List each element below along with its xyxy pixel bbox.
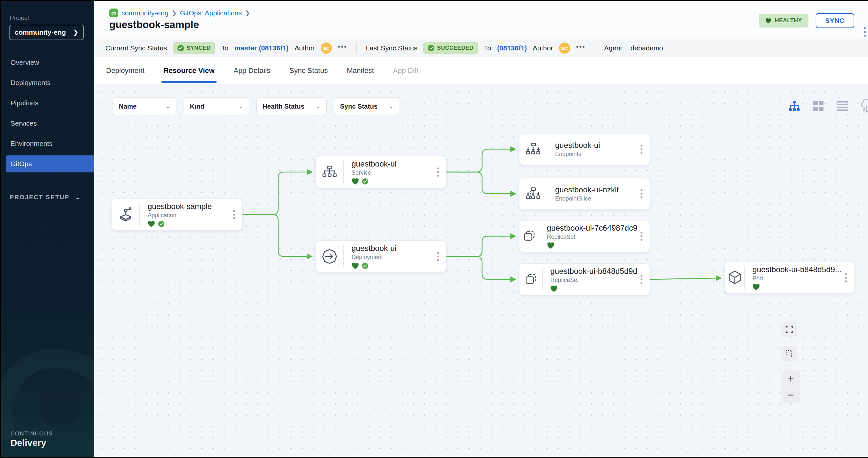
sync-status-filter-dropdown[interactable]: Sync Status⌄	[334, 97, 399, 115]
graph-node-endpoints[interactable]: guestbook-ui Endpoints	[519, 133, 650, 165]
service-icon	[316, 163, 343, 181]
endpoints-icon	[520, 140, 547, 158]
node-kind: ReplicaSet	[547, 234, 637, 240]
marquee-select-button[interactable]	[782, 346, 797, 361]
node-status-badges	[351, 178, 434, 185]
node-status-badges	[550, 285, 637, 292]
chevron-right-icon: ❯	[73, 29, 78, 36]
author-avatar[interactable]: SC	[559, 42, 570, 54]
healthy-heart-icon	[752, 284, 760, 291]
project-selector[interactable]: community-eng ❯	[9, 25, 84, 40]
grid-view-button[interactable]	[811, 99, 826, 113]
node-menu-button[interactable]	[434, 249, 446, 264]
filter-bar: Name⌄ Kind⌄ Health Status⌄ Sync Status⌄	[113, 97, 399, 115]
synced-check-icon	[158, 221, 165, 227]
sidebar-item-environments[interactable]: Environments	[1, 135, 94, 152]
to-label: To	[484, 44, 491, 52]
tab-deployment[interactable]: Deployment	[106, 57, 144, 84]
tree-view-button[interactable]	[787, 99, 801, 113]
more-options-button[interactable]: •••	[338, 45, 347, 51]
node-menu-button[interactable]	[637, 186, 650, 201]
kind-filter-dropdown[interactable]: Kind⌄	[184, 97, 249, 115]
to-label: To	[221, 44, 228, 52]
health-status-filter-dropdown[interactable]: Health Status⌄	[256, 97, 327, 115]
name-filter-dropdown[interactable]: Name⌄	[113, 97, 177, 115]
node-menu-button[interactable]	[841, 270, 854, 286]
brand-logo: CONTINUOUS Delivery	[10, 430, 53, 448]
current-sync-status-label: Current Sync Status	[105, 44, 167, 52]
list-view-button[interactable]	[835, 99, 850, 113]
node-status-badges	[351, 262, 434, 269]
fit-to-screen-button[interactable]	[782, 322, 797, 337]
sidebar-item-pipelines[interactable]: Pipelines	[1, 95, 94, 111]
sidebar-item-services[interactable]: Services	[1, 115, 94, 132]
divider	[356, 43, 357, 53]
app-tabs: Deployment Resource View App Details Syn…	[94, 57, 868, 84]
node-kind: ReplicaSet	[550, 277, 637, 284]
node-title: guestbook-ui-nzklt	[555, 185, 637, 194]
graph-node-deployment[interactable]: guestbook-ui Deployment	[315, 240, 446, 272]
sync-button[interactable]: SYNC	[816, 13, 854, 28]
tab-app-details[interactable]: App Details	[234, 57, 271, 84]
healthy-heart-icon	[550, 285, 558, 292]
gitops-icon: ∞	[109, 8, 118, 17]
chevron-down-icon: ⌄	[74, 194, 82, 201]
page-header: ∞ community-eng ❯ GitOps: Applications ❯…	[94, 1, 868, 39]
node-menu-button[interactable]	[637, 228, 650, 244]
cluster-view-button[interactable]	[860, 99, 868, 113]
node-kind: Service	[351, 169, 434, 176]
graph-node-application[interactable]: guestbook-sample Application	[112, 199, 243, 231]
check-circle-icon	[177, 45, 184, 52]
node-title: guestbook-ui-b848d5d9d	[550, 267, 637, 276]
agent-label: Agent:	[604, 44, 624, 52]
node-menu-button[interactable]	[637, 141, 650, 157]
graph-node-replicaset-b848d5d9d[interactable]: guestbook-ui-b848d5d9d ReplicaSet	[519, 263, 650, 295]
succeeded-badge: SUCCEEDED	[423, 42, 478, 54]
brand-module-label: CONTINUOUS	[10, 430, 53, 437]
healthy-heart-icon	[547, 242, 554, 249]
canvas-controls: + −	[782, 322, 801, 403]
replicaset-icon	[520, 227, 539, 245]
graph-node-pod[interactable]: guestbook-ui-b848d5d9... Pod	[725, 262, 854, 294]
tab-sync-status[interactable]: Sync Status	[289, 57, 328, 84]
agent-value: debademo	[631, 44, 663, 52]
health-badge-label: HEALTHY	[775, 17, 802, 24]
sidebar-divider	[10, 182, 86, 182]
zoom-out-button[interactable]: −	[787, 391, 794, 399]
graph-node-endpointslice[interactable]: guestbook-ui-nzklt EndpointSlice	[519, 177, 650, 210]
heart-icon	[765, 18, 771, 24]
endpointslice-icon	[520, 185, 547, 202]
tab-manifest[interactable]: Manifest	[347, 57, 374, 84]
zoom-control: + −	[782, 370, 800, 403]
tab-app-diff[interactable]: App Diff	[393, 57, 418, 84]
resource-graph-canvas[interactable]: Name⌄ Kind⌄ Health Status⌄ Sync Status⌄	[94, 84, 868, 457]
author-avatar[interactable]: SC	[321, 42, 332, 54]
more-options-button[interactable]: •••	[576, 45, 586, 51]
breadcrumb: ∞ community-eng ❯ GitOps: Applications ❯	[109, 8, 250, 17]
graph-node-replicaset-7c64987dc9[interactable]: guestbook-ui-7c64987dc9 ReplicaSet	[519, 220, 650, 252]
sidebar-item-deployments[interactable]: Deployments	[1, 74, 94, 91]
node-kind: EndpointSlice	[555, 195, 637, 202]
chevron-down-icon: ⌄	[315, 103, 321, 109]
node-title: guestbook-ui	[351, 244, 434, 253]
node-menu-button[interactable]	[637, 271, 650, 287]
last-sync-status-label: Last Sync Status	[366, 44, 417, 52]
project-setup-toggle[interactable]: PROJECT SETUP ⌄	[10, 194, 81, 201]
sidebar-item-overview[interactable]: Overview	[1, 54, 94, 71]
breadcrumb-project-link[interactable]: community-eng	[121, 9, 168, 17]
healthy-heart-icon	[351, 178, 359, 185]
graph-node-service[interactable]: guestbook-ui Service	[315, 156, 446, 188]
sidebar-item-gitops[interactable]: GitOps	[6, 155, 94, 172]
node-menu-button[interactable]	[434, 164, 446, 180]
node-kind: Deployment	[351, 254, 434, 261]
last-commit-link[interactable]: (08136f1)	[497, 44, 527, 52]
pod-icon	[725, 269, 744, 287]
header-more-menu-button[interactable]	[864, 27, 866, 37]
zoom-in-button[interactable]: +	[787, 374, 794, 383]
node-menu-button[interactable]	[230, 207, 242, 223]
node-title: guestbook-sample	[148, 202, 230, 211]
breadcrumb-applications-link[interactable]: GitOps: Applications	[180, 9, 242, 17]
chevron-down-icon: ⌄	[165, 103, 171, 109]
current-commit-link[interactable]: master (08136f1)	[234, 44, 289, 52]
tab-resource-view[interactable]: Resource View	[163, 57, 214, 84]
